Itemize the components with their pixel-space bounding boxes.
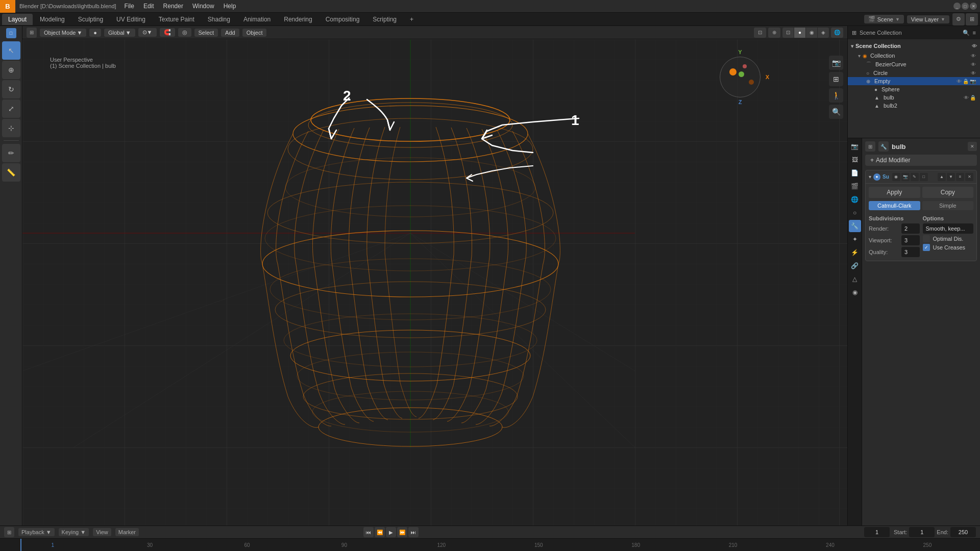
scene-settings-icon[interactable]: ⚙ [952, 13, 965, 26]
menu-render[interactable]: Render [159, 2, 187, 11]
prop-render-icon[interactable]: 📷 [849, 140, 861, 153]
circle-eye[interactable]: 👁 [971, 70, 976, 76]
solid-shading-btn[interactable]: ● [794, 28, 805, 38]
rotate-tool[interactable]: ↻ [2, 80, 20, 98]
window-close[interactable]: ✕ [970, 3, 977, 10]
prop-particles-icon[interactable]: ✦ [849, 233, 861, 245]
modifier-edit-icon[interactable]: ✎ [911, 173, 919, 181]
scene-selector[interactable]: 🎬 Scene ▼ [864, 15, 904, 23]
viewport-area[interactable]: ⊞ Object Mode ▼ ● Global ▼ ⊙▼ 🧲 ◎ Select… [22, 26, 847, 525]
pivot-point-dropdown[interactable]: ⊙▼ [138, 28, 157, 37]
view-menu[interactable]: View [93, 528, 111, 536]
jump-back-btn[interactable]: ⏪ [375, 527, 385, 537]
scale-tool[interactable]: ⤢ [2, 99, 20, 118]
tab-layout[interactable]: Layout [2, 14, 33, 25]
prop-world-icon[interactable]: 🌐 [849, 193, 861, 206]
cursor-tool[interactable]: ↖ [2, 41, 20, 60]
timeline-editor-icon[interactable]: ⊞ [4, 527, 14, 537]
modifier-up-icon[interactable]: ▲ [938, 173, 946, 181]
bulb-eye[interactable]: 👁 [964, 95, 969, 101]
outliner-item-collection[interactable]: ▾ ◉ Collection 👁 [848, 52, 980, 60]
collection-visibility-icon[interactable]: 👁 [971, 53, 976, 59]
editor-type-icon[interactable]: ⊞ [966, 13, 978, 26]
prop-view-layer-icon[interactable]: 📄 [849, 167, 861, 179]
prop-scene-icon[interactable]: 🎬 [849, 180, 861, 192]
viewport-shading-solid[interactable]: ● [89, 29, 101, 37]
menu-edit[interactable]: Edit [139, 2, 158, 11]
annotate-tool[interactable]: ✏ [2, 144, 20, 162]
transform-tool[interactable]: ⊹ [2, 119, 20, 137]
viewport-overlay-icon[interactable]: ⊡ [754, 28, 766, 38]
modifier-delete-icon[interactable]: ✕ [965, 173, 973, 181]
end-frame-input[interactable]: 250 [950, 527, 976, 537]
wireframe-shading-btn[interactable]: ⊡ [782, 28, 794, 38]
walk-icon[interactable]: 🚶 [829, 88, 843, 103]
grid-icon[interactable]: ⊞ [829, 72, 843, 86]
add-modifier-button[interactable]: + Add Modifier [865, 155, 977, 166]
quality-value-field[interactable]: 3 [901, 247, 920, 257]
outliner-item-beziercurve[interactable]: ⌒ BezierCurve 👁 [848, 60, 980, 69]
menu-file[interactable]: File [120, 2, 138, 11]
jump-to-start-btn[interactable]: ⏮ [363, 527, 374, 537]
rendered-shading-btn[interactable]: ◈ [818, 28, 829, 38]
playback-menu[interactable]: Playback ▼ [18, 528, 55, 536]
tab-shading[interactable]: Shading [202, 14, 236, 25]
modifier-down-icon[interactable]: ▼ [947, 173, 955, 181]
prop-physics-icon[interactable]: ⚡ [849, 246, 861, 259]
material-shading-btn[interactable]: ◉ [806, 28, 817, 38]
modifier-expand-icon[interactable]: ▾ [869, 174, 871, 180]
menu-help[interactable]: Help [219, 2, 240, 11]
smooth-keep-dropdown[interactable]: Smooth, keep... [923, 223, 974, 234]
tab-scripting[interactable]: Scripting [366, 14, 403, 25]
catmull-clark-tab[interactable]: Catmull-Clark [869, 201, 920, 210]
snap-toggle[interactable]: 🧲 [160, 28, 175, 37]
outliner-filter-icon[interactable]: 🔍 [963, 30, 970, 36]
start-frame-input[interactable]: 1 [909, 527, 935, 537]
play-btn[interactable]: ▶ [386, 527, 396, 537]
optimal-dis-checkbox[interactable] [923, 235, 930, 242]
beziercurve-eye[interactable]: 👁 [971, 62, 976, 67]
tab-add[interactable]: + [404, 14, 420, 25]
viewport-editor-type-icon[interactable]: ⊞ [27, 28, 37, 38]
prop-material-icon[interactable]: ◉ [849, 286, 861, 298]
apply-button[interactable]: Apply [869, 187, 920, 198]
outliner-item-bulb2[interactable]: ▲ bulb2 [848, 102, 980, 110]
empty-restrict[interactable]: 🔒 [963, 79, 969, 84]
modifier-realtime-icon[interactable]: ◉ [892, 173, 900, 181]
prop-object-icon[interactable]: ○ [849, 207, 861, 219]
window-maximize[interactable]: □ [962, 3, 969, 10]
scene-world-icon[interactable]: 🌐 [831, 28, 843, 38]
marker-menu[interactable]: Marker [115, 528, 139, 536]
prop-output-icon[interactable]: 🖼 [849, 154, 861, 166]
add-menu[interactable]: Add [221, 29, 239, 37]
viewport-value-field[interactable]: 3 [901, 235, 920, 245]
search-icon[interactable]: 🔍 [829, 105, 843, 119]
modifier-menu-icon[interactable]: ≡ [956, 173, 964, 181]
outliner-item-circle[interactable]: ○ Circle 👁 [848, 69, 980, 77]
object-mode-dropdown[interactable]: Object Mode ▼ [40, 29, 86, 37]
use-creases-checkbox[interactable]: ✓ [923, 244, 930, 251]
proportional-edit[interactable]: ◎ [178, 28, 191, 37]
object-menu[interactable]: Object [242, 29, 267, 37]
viewport-icon[interactable]: □ [6, 28, 16, 38]
jump-to-end-btn[interactable]: ⏭ [408, 527, 419, 537]
empty-eye[interactable]: 👁 [957, 79, 962, 84]
copy-button[interactable]: Copy [922, 187, 974, 198]
bulb-restrict[interactable]: 🔒 [970, 95, 976, 101]
simple-tab[interactable]: Simple [922, 201, 974, 210]
move-tool[interactable]: ⊕ [2, 61, 20, 79]
current-frame-input[interactable]: 1 [864, 527, 890, 537]
tab-animation[interactable]: Animation [237, 14, 277, 25]
tab-texture-paint[interactable]: Texture Paint [153, 14, 201, 25]
empty-camera[interactable]: 📷 [970, 79, 976, 84]
jump-forward-btn[interactable]: ⏩ [397, 527, 407, 537]
modifier-render-icon[interactable]: 📷 [901, 173, 910, 181]
window-minimize[interactable]: _ [953, 3, 961, 10]
select-menu[interactable]: Select [194, 29, 218, 37]
transform-space-dropdown[interactable]: Global ▼ [104, 29, 135, 37]
measure-tool[interactable]: 📏 [2, 163, 20, 182]
prop-close-btn[interactable]: ✕ [968, 142, 977, 151]
prop-modifier-icon[interactable]: 🔧 [849, 220, 861, 232]
collection-eye-icon[interactable]: 👁 [972, 43, 977, 49]
modifier-cage-icon[interactable]: □ [920, 173, 928, 181]
